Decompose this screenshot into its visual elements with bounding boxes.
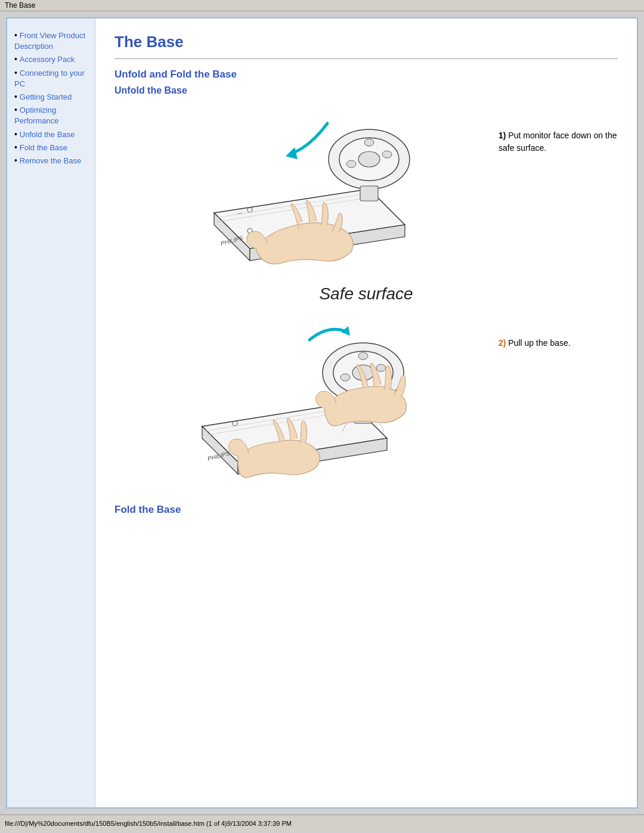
page-title: The Base	[114, 33, 618, 51]
svg-point-9	[364, 139, 374, 146]
browser-content: Front View Product Description Accessory…	[0, 11, 644, 815]
sidebar: Front View Product Description Accessory…	[7, 18, 95, 807]
step2-num: 2)	[499, 338, 508, 348]
main-frame: Front View Product Description Accessory…	[6, 17, 638, 809]
fold-heading: Fold the Base	[114, 504, 618, 516]
sidebar-item-optimizing[interactable]: Optimizing Performance	[14, 106, 58, 125]
list-item: Unfold the Base	[14, 129, 88, 140]
divider	[114, 58, 618, 59]
sidebar-item-unfold[interactable]: Unfold the Base	[20, 130, 75, 139]
sidebar-item-accessory[interactable]: Accessory Pack	[20, 55, 75, 64]
step2-svg: PHILIPS	[172, 313, 429, 492]
svg-point-8	[382, 151, 392, 158]
sub-heading: Unfold the Base	[114, 85, 618, 96]
sidebar-item-connecting[interactable]: Connecting to your PC	[14, 69, 85, 88]
list-item: Optimizing Performance	[14, 105, 88, 126]
step2-illustration: PHILIPS	[114, 313, 487, 492]
step1-svg: PHILIPS	[172, 106, 429, 272]
step2-description: Pull up the base.	[508, 338, 570, 348]
sidebar-item-fold[interactable]: Fold the Base	[20, 143, 67, 152]
svg-point-7	[346, 160, 356, 168]
svg-point-19	[376, 364, 386, 371]
list-item: Connecting to your PC	[14, 68, 88, 89]
sidebar-item-remove[interactable]: Remove the Base	[20, 156, 81, 165]
section-heading: Unfold and Fold the Base	[114, 69, 618, 80]
step1-container: PHILIPS	[114, 106, 618, 272]
svg-point-20	[358, 352, 368, 360]
svg-rect-10	[360, 186, 378, 201]
svg-marker-0	[286, 147, 298, 159]
list-item: Front View Product Description	[14, 30, 88, 52]
title-bar-text: The Base	[5, 1, 35, 10]
step1-illustration: PHILIPS	[114, 106, 487, 272]
safe-surface-label: Safe surface	[114, 284, 618, 304]
nav-list: Front View Product Description Accessory…	[14, 30, 88, 166]
list-item: Remove the Base	[14, 156, 88, 166]
list-item: Accessory Pack	[14, 54, 88, 65]
status-bar-text: file:///D|/My%20documents/dfu/150B5/engl…	[5, 820, 292, 827]
step1-num: 1)	[499, 131, 508, 140]
title-bar: The Base	[0, 0, 644, 11]
status-bar: file:///D|/My%20documents/dfu/150B5/engl…	[0, 815, 644, 831]
sidebar-item-getting-started[interactable]: Getting Started	[20, 92, 72, 101]
sidebar-item-front-view[interactable]: Front View Product Description	[14, 31, 85, 51]
content-area: The Base Unfold and Fold the Base Unfold…	[95, 18, 637, 807]
svg-point-6	[358, 151, 380, 167]
step2-text: 2) Pull up the base.	[499, 313, 618, 349]
list-item: Getting Started	[14, 92, 88, 103]
list-item: Fold the Base	[14, 143, 88, 153]
step1-text: 1) Put monitor face down on the safe sur…	[499, 106, 618, 154]
step2-container: PHILIPS	[114, 313, 618, 492]
svg-point-18	[340, 374, 350, 381]
step1-description: Put monitor face down on the safe surfac…	[499, 131, 617, 153]
